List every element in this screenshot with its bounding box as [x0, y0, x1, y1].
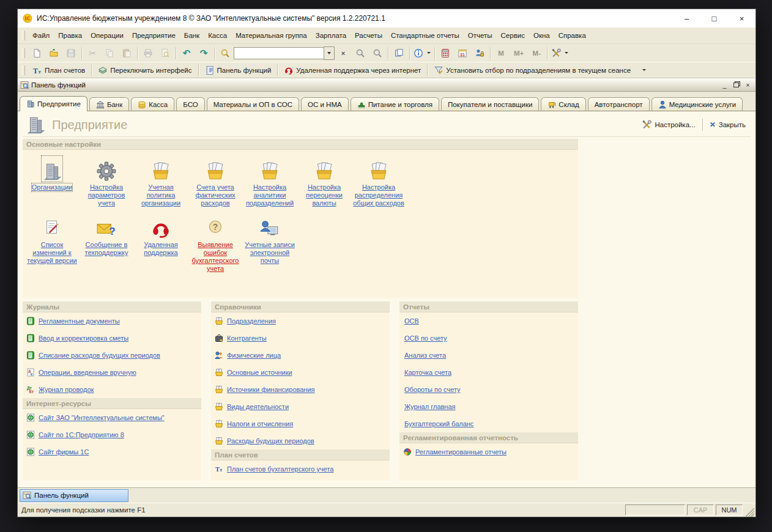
- toolbar-grip[interactable]: [22, 31, 25, 40]
- settings-button[interactable]: Настройка...: [637, 118, 700, 131]
- menu-cash[interactable]: Касса: [204, 29, 231, 42]
- menu-windows[interactable]: Окна: [529, 29, 554, 42]
- print-button[interactable]: [139, 46, 157, 61]
- journal-link[interactable]: Журнал проводок: [39, 386, 94, 393]
- catalog-link[interactable]: Виды деятельности: [227, 403, 289, 410]
- menu-salary[interactable]: Зарплата: [311, 29, 351, 42]
- shortcut-expense-accounts[interactable]: Счета учета фактических расходов: [188, 156, 242, 207]
- redo-button[interactable]: ↷: [195, 46, 212, 61]
- internet-link[interactable]: Сайт фирмы 1С: [39, 448, 89, 456]
- mdi-minimize-button[interactable]: _: [719, 81, 730, 90]
- menu-reports[interactable]: Отчеты: [464, 29, 497, 42]
- paste-button[interactable]: [118, 46, 135, 61]
- cut-button[interactable]: ✂: [84, 46, 101, 61]
- shortcut-expense-distribution[interactable]: Настройка распределения общих расходов: [352, 156, 406, 207]
- shortcut-email-accounts[interactable]: Учетные записи электронной почты: [243, 213, 297, 265]
- report-link[interactable]: ОСВ по счету: [404, 334, 447, 342]
- regulated-reports-link[interactable]: Регламентированные отчеты: [415, 448, 507, 456]
- minimize-button[interactable]: –: [673, 9, 700, 28]
- shortcut-error-detection[interactable]: Выявление ошибок бухгалтерского учета: [188, 213, 242, 273]
- new-document-button[interactable]: [28, 46, 45, 61]
- tab-materials[interactable]: Материалы и ОП в СОС: [207, 97, 299, 111]
- menu-edit[interactable]: Правка: [54, 29, 86, 42]
- toolbar-grip[interactable]: [22, 48, 25, 58]
- shortcut-currency-revaluation[interactable]: Настройка переоценки валюты: [297, 156, 351, 207]
- tab-warehouse[interactable]: Склад: [541, 97, 585, 111]
- print-preview-button[interactable]: [157, 46, 174, 61]
- catalog-link[interactable]: Расходы будущих периодов: [227, 437, 314, 445]
- catalog-link[interactable]: Налоги и отчисления: [227, 420, 293, 427]
- save-button[interactable]: [62, 46, 80, 61]
- maximize-button[interactable]: □: [700, 9, 728, 28]
- find-button[interactable]: [217, 46, 234, 61]
- menu-bank[interactable]: Банк: [180, 29, 204, 42]
- find-next-button[interactable]: [369, 46, 386, 61]
- internet-link[interactable]: Сайт по 1С:Предприятию 8: [39, 431, 124, 438]
- resize-grip[interactable]: [746, 508, 754, 517]
- shortcut-support-message[interactable]: Сообщение в техподдержку: [80, 213, 133, 257]
- report-link[interactable]: Обороты по счету: [404, 386, 461, 393]
- mdi-close-button[interactable]: ×: [743, 81, 753, 90]
- calendar-button[interactable]: [454, 46, 471, 61]
- info-button[interactable]: [412, 46, 432, 61]
- function-panel-window-button[interactable]: Панель функций: [20, 489, 128, 502]
- tab-enterprise[interactable]: Предприятие: [20, 96, 87, 111]
- catalog-link[interactable]: Источники финансирования: [227, 386, 315, 393]
- shortcut-version-changes[interactable]: Список изменений к текущей версии: [25, 213, 79, 265]
- catalog-link[interactable]: Физические лица: [227, 352, 281, 359]
- find-previous-button[interactable]: [352, 46, 369, 61]
- menu-standard-reports[interactable]: Стандартные отчеты: [387, 29, 464, 42]
- calculator-button[interactable]: [437, 46, 454, 61]
- search-dropdown-button[interactable]: [324, 46, 335, 60]
- menu-operations[interactable]: Операции: [86, 29, 128, 42]
- catalog-link[interactable]: Контрагенты: [227, 334, 267, 342]
- open-button[interactable]: [45, 46, 62, 61]
- tab-cash[interactable]: Касса: [131, 97, 174, 111]
- shortcut-organizations[interactable]: Организации: [25, 156, 79, 191]
- duplicate-pages-button[interactable]: [390, 46, 407, 61]
- journal-link[interactable]: Регламентные документы: [39, 317, 120, 325]
- shortcut-accounting-policy[interactable]: Учетная политика организации: [134, 156, 188, 207]
- tools-button[interactable]: [549, 46, 570, 61]
- menu-material-group[interactable]: Материальная группа: [231, 29, 311, 42]
- chart-of-accounts-link[interactable]: План счетов бухгалтерского учета: [227, 465, 333, 473]
- toolbar-grip[interactable]: [22, 65, 25, 75]
- catalog-link[interactable]: Подразделения: [227, 317, 276, 325]
- menu-file[interactable]: Файл: [28, 29, 54, 42]
- menu-enterprise[interactable]: Предприятие: [128, 29, 180, 42]
- shortcut-department-analytics[interactable]: Настройка аналитики подразделений: [243, 156, 297, 207]
- search-input[interactable]: [234, 47, 324, 59]
- function-panel-button[interactable]: Панель функций: [201, 63, 276, 78]
- catalog-link[interactable]: Основные источники: [227, 369, 292, 376]
- undo-button[interactable]: ↶: [178, 46, 195, 61]
- tab-transport[interactable]: Автотранспорт: [588, 97, 650, 111]
- shortcut-remote-support[interactable]: Удаленная поддержка: [134, 213, 188, 257]
- user-permissions-button[interactable]: [471, 46, 488, 61]
- chart-of-accounts-button[interactable]: План счетов: [28, 63, 89, 78]
- memory-minus-button[interactable]: M-: [528, 46, 545, 61]
- tab-bank[interactable]: Банк: [89, 97, 129, 111]
- journal-link[interactable]: Списание расходов будущих периодов: [39, 352, 160, 359]
- mdi-restore-button[interactable]: [731, 81, 741, 90]
- tab-food-trade[interactable]: Питание и торговля: [351, 97, 439, 111]
- report-link[interactable]: Бухгалтерский баланс: [404, 420, 473, 427]
- close-button[interactable]: ×: [728, 9, 755, 28]
- copy-button[interactable]: [101, 46, 118, 61]
- tab-os-nma[interactable]: ОС и НМА: [301, 97, 349, 111]
- menu-calculations[interactable]: Расчеты: [351, 29, 387, 42]
- department-filter-button[interactable]: Установить отбор по подразделениям в тек…: [429, 63, 635, 78]
- menu-service[interactable]: Сервис: [497, 29, 529, 42]
- switch-interface-button[interactable]: Переключить интерфейс: [94, 63, 196, 78]
- close-panel-button[interactable]: ✕Закрыть: [705, 119, 751, 131]
- tab-buyers-suppliers[interactable]: Покупатели и поставщики: [441, 97, 539, 111]
- remote-support-button[interactable]: Удаленная поддержка через интернет: [280, 63, 425, 78]
- report-link[interactable]: Карточка счета: [404, 369, 451, 376]
- internet-link[interactable]: Сайт ЗАО "Интеллектуальные системы": [39, 414, 165, 421]
- toolbar-options-button[interactable]: [635, 63, 652, 78]
- journal-link[interactable]: Операции, введенные вручную: [39, 369, 136, 376]
- shortcut-accounting-params[interactable]: Настройка параметров учета: [80, 156, 133, 207]
- menu-help[interactable]: Справка: [554, 29, 590, 42]
- memory-plus-button[interactable]: M+: [510, 46, 528, 61]
- tab-medical[interactable]: Медицинские услуги: [651, 97, 743, 111]
- report-link[interactable]: ОСВ: [404, 317, 419, 325]
